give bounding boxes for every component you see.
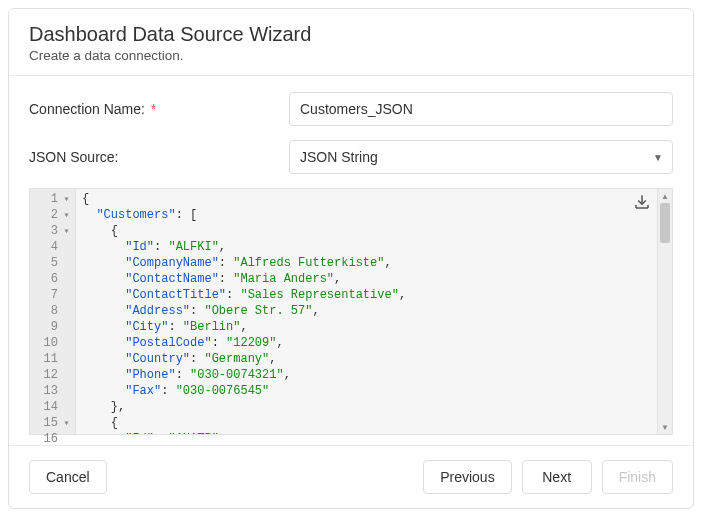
connection-name-label: Connection Name: * [29, 101, 289, 117]
connection-name-label-text: Connection Name: [29, 101, 145, 117]
gutter-line: 1▾ [30, 191, 75, 207]
gutter-line: 6 [30, 271, 75, 287]
code-line[interactable]: "City": "Berlin", [82, 319, 657, 335]
gutter-line: 8 [30, 303, 75, 319]
code-line[interactable]: "PostalCode": "12209", [82, 335, 657, 351]
gutter-line: 3▾ [30, 223, 75, 239]
json-source-row: JSON Source: JSON String ▼ [29, 140, 673, 174]
gutter-line: 14 [30, 399, 75, 415]
fold-toggle-icon[interactable]: ▾ [62, 209, 71, 221]
editor-code[interactable]: { "Customers": [ { "Id": "ALFKI", "Compa… [76, 189, 657, 434]
scroll-thumb[interactable] [660, 203, 670, 243]
wizard-footer: Cancel Previous Next Finish [9, 445, 693, 508]
required-marker: * [151, 101, 156, 117]
fold-toggle-icon[interactable]: ▾ [62, 225, 71, 237]
gutter-line: 11 [30, 351, 75, 367]
gutter-line: 9 [30, 319, 75, 335]
fold-toggle-icon[interactable]: ▾ [62, 417, 71, 429]
json-source-select[interactable]: JSON String ▼ [289, 140, 673, 174]
gutter-line: 7 [30, 287, 75, 303]
wizard-header: Dashboard Data Source Wizard Create a da… [9, 9, 693, 76]
previous-button[interactable]: Previous [423, 460, 511, 494]
finish-button: Finish [602, 460, 673, 494]
editor-scrollbar[interactable]: ▲ ▼ [657, 189, 672, 434]
gutter-line: 15▾ [30, 415, 75, 431]
scroll-track[interactable] [658, 203, 672, 420]
editor-gutter: 1▾2▾3▾456789101112131415▾16 [30, 189, 76, 434]
code-line[interactable]: "Phone": "030-0074321", [82, 367, 657, 383]
gutter-line: 2▾ [30, 207, 75, 223]
code-line[interactable]: { [82, 415, 657, 431]
code-line[interactable]: }, [82, 399, 657, 415]
scroll-up-icon[interactable]: ▲ [658, 189, 672, 203]
connection-name-row: Connection Name: * [29, 92, 673, 126]
gutter-line: 4 [30, 239, 75, 255]
code-line[interactable]: "Id": "ANATR", [82, 431, 657, 434]
json-source-select-value[interactable]: JSON String [289, 140, 673, 174]
download-icon[interactable] [632, 193, 652, 211]
wizard-body: Connection Name: * JSON Source: JSON Str… [9, 76, 693, 445]
code-line[interactable]: "Fax": "030-0076545" [82, 383, 657, 399]
json-editor[interactable]: 1▾2▾3▾456789101112131415▾16 { "Customers… [29, 188, 673, 435]
code-line[interactable]: { [82, 223, 657, 239]
wizard-subtitle: Create a data connection. [29, 48, 673, 63]
code-line[interactable]: "Id": "ALFKI", [82, 239, 657, 255]
code-line[interactable]: "Country": "Germany", [82, 351, 657, 367]
code-line[interactable]: "ContactTitle": "Sales Representative", [82, 287, 657, 303]
wizard-title: Dashboard Data Source Wizard [29, 23, 673, 46]
code-line[interactable]: { [82, 191, 657, 207]
json-source-label: JSON Source: [29, 149, 289, 165]
fold-toggle-icon[interactable]: ▾ [62, 193, 71, 205]
code-line[interactable]: "ContactName": "Maria Anders", [82, 271, 657, 287]
scroll-down-icon[interactable]: ▼ [658, 420, 672, 434]
gutter-line: 5 [30, 255, 75, 271]
gutter-line: 10 [30, 335, 75, 351]
cancel-button[interactable]: Cancel [29, 460, 107, 494]
wizard-dialog: Dashboard Data Source Wizard Create a da… [8, 8, 694, 509]
code-line[interactable]: "Customers": [ [82, 207, 657, 223]
gutter-line: 12 [30, 367, 75, 383]
next-button[interactable]: Next [522, 460, 592, 494]
gutter-line: 16 [30, 431, 75, 447]
code-line[interactable]: "Address": "Obere Str. 57", [82, 303, 657, 319]
gutter-line: 13 [30, 383, 75, 399]
connection-name-input[interactable] [289, 92, 673, 126]
code-line[interactable]: "CompanyName": "Alfreds Futterkiste", [82, 255, 657, 271]
